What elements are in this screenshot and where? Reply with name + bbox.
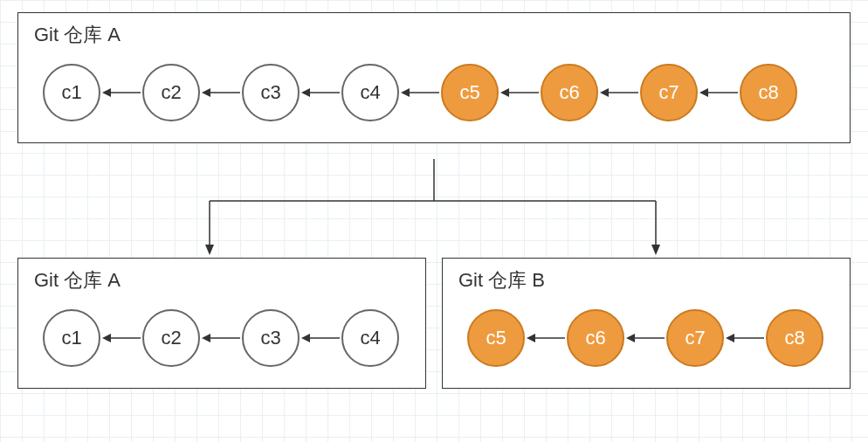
commit-label: c1	[61, 327, 81, 349]
svg-marker-21	[102, 334, 111, 342]
commit-node: c4	[341, 64, 399, 121]
commit-label: c1	[61, 81, 81, 104]
svg-marker-29	[626, 334, 635, 342]
commit-node: c6	[567, 309, 624, 367]
arrow-left-icon	[300, 84, 341, 101]
commit-node: c5	[467, 309, 525, 367]
commit-node: c2	[142, 309, 200, 367]
svg-marker-18	[205, 245, 214, 255]
commit-row: c1 c2 c3 c4 c5 c6 c7 c8	[34, 64, 834, 121]
split-connector	[0, 159, 868, 264]
arrow-left-icon	[724, 329, 766, 347]
arrow-left-icon	[598, 84, 640, 101]
svg-marker-13	[699, 88, 708, 97]
commit-label: c2	[161, 327, 181, 349]
commit-label: c4	[360, 327, 380, 349]
svg-marker-25	[301, 334, 310, 342]
commit-node: c1	[43, 309, 100, 367]
repo-title: Git 仓库 B	[458, 267, 834, 294]
svg-marker-1	[102, 88, 111, 97]
svg-marker-9	[500, 88, 509, 97]
commit-node: c4	[341, 309, 399, 367]
commit-label: c7	[658, 81, 679, 104]
commit-label: c7	[685, 327, 705, 349]
commit-row: c1 c2 c3 c4	[34, 309, 410, 367]
commit-node: c1	[43, 64, 100, 121]
arrow-left-icon	[300, 329, 341, 347]
commit-node: c3	[242, 64, 300, 121]
commit-label: c8	[758, 81, 778, 104]
commit-node: c5	[441, 64, 499, 121]
commit-node: c3	[242, 309, 300, 367]
commit-node: c6	[541, 64, 598, 121]
commit-node: c8	[740, 64, 797, 121]
arrow-left-icon	[100, 329, 142, 347]
repo-title: Git 仓库 A	[34, 22, 834, 48]
svg-marker-23	[202, 334, 210, 342]
arrow-left-icon	[525, 329, 567, 347]
repo-b-bottom: Git 仓库 B c5 c6 c7 c8	[442, 258, 851, 389]
svg-marker-5	[301, 88, 310, 97]
repo-title: Git 仓库 A	[34, 267, 410, 294]
commit-label: c2	[161, 81, 181, 104]
svg-marker-3	[202, 88, 210, 97]
svg-marker-27	[527, 334, 535, 342]
arrow-left-icon	[624, 329, 666, 347]
arrow-left-icon	[698, 84, 740, 101]
commit-label: c5	[486, 327, 506, 349]
commit-node: c8	[766, 309, 823, 367]
svg-marker-11	[600, 88, 609, 97]
repo-a-top: Git 仓库 A c1 c2 c3 c4 c5 c6 c7 c8	[17, 12, 851, 143]
commit-label: c4	[360, 81, 380, 104]
svg-marker-31	[726, 334, 734, 342]
commit-label: c3	[260, 81, 280, 104]
commit-node: c7	[666, 309, 724, 367]
commit-label: c8	[784, 327, 804, 349]
commit-label: c5	[459, 81, 479, 104]
arrow-left-icon	[200, 329, 242, 347]
arrow-left-icon	[100, 84, 142, 101]
commit-label: c6	[559, 81, 579, 104]
commit-label: c3	[260, 327, 280, 349]
repo-a-bottom: Git 仓库 A c1 c2 c3 c4	[17, 258, 426, 389]
arrow-left-icon	[499, 84, 541, 101]
svg-marker-7	[401, 88, 410, 97]
commit-label: c6	[585, 327, 605, 349]
svg-marker-19	[651, 245, 660, 255]
arrow-left-icon	[399, 84, 441, 101]
commit-node: c2	[142, 64, 200, 121]
arrow-left-icon	[200, 84, 242, 101]
commit-node: c7	[640, 64, 698, 121]
commit-row: c5 c6 c7 c8	[458, 309, 834, 367]
